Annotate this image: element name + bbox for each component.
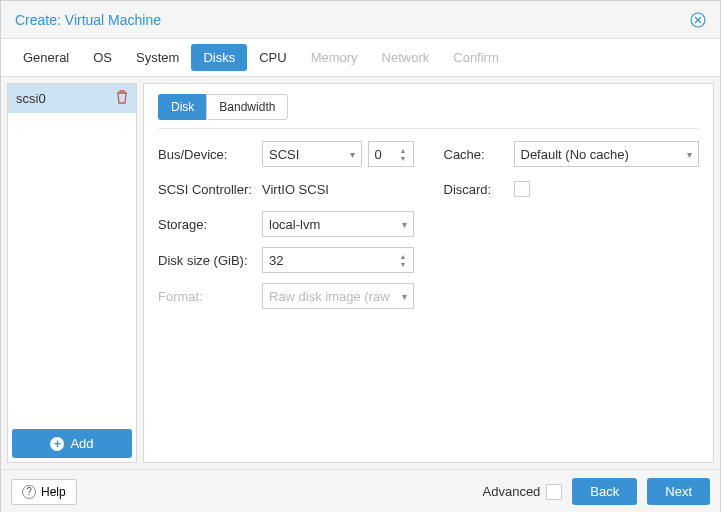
sidebar-item-scsi0[interactable]: scsi0 xyxy=(8,84,136,113)
form-columns: Bus/Device: SCSI ▾ 0 ▲▼ xyxy=(158,141,699,319)
cache-value: Default (No cache) xyxy=(521,147,629,162)
inner-tab-bandwidth[interactable]: Bandwidth xyxy=(206,94,288,120)
tab-confirm: Confirm xyxy=(441,44,511,71)
trash-icon[interactable] xyxy=(116,90,128,107)
tab-memory: Memory xyxy=(299,44,370,71)
help-icon: ? xyxy=(22,485,36,499)
help-button[interactable]: ? Help xyxy=(11,479,77,505)
dialog-footer: ? Help Advanced Back Next xyxy=(1,469,720,512)
format-value: Raw disk image (raw xyxy=(269,289,390,304)
advanced-checkbox[interactable] xyxy=(546,484,562,500)
dialog-title: Create: Virtual Machine xyxy=(15,12,161,28)
bus-select[interactable]: SCSI ▾ xyxy=(262,141,362,167)
storage-label: Storage: xyxy=(158,217,262,232)
cache-label: Cache: xyxy=(444,147,514,162)
storage-select[interactable]: local-lvm ▾ xyxy=(262,211,414,237)
row-discard: Discard: xyxy=(444,177,700,201)
add-button[interactable]: + Add xyxy=(12,429,132,458)
sidebar-spacer xyxy=(8,113,136,425)
format-label: Format: xyxy=(158,289,262,304)
chevron-down-icon: ▾ xyxy=(402,291,407,302)
storage-value: local-lvm xyxy=(269,217,320,232)
spinner-arrows-icon: ▲▼ xyxy=(400,147,407,162)
inner-tab-disk[interactable]: Disk xyxy=(158,94,206,120)
next-button[interactable]: Next xyxy=(647,478,710,505)
add-button-label: Add xyxy=(70,436,93,451)
chevron-down-icon: ▾ xyxy=(350,149,355,160)
disk-size-label: Disk size (GiB): xyxy=(158,253,262,268)
disk-sidebar: scsi0 + Add xyxy=(7,83,137,463)
row-cache: Cache: Default (No cache) ▾ xyxy=(444,141,700,167)
form-left-col: Bus/Device: SCSI ▾ 0 ▲▼ xyxy=(158,141,414,319)
disk-size-value: 32 xyxy=(269,253,283,268)
chevron-down-icon: ▾ xyxy=(402,219,407,230)
close-icon[interactable] xyxy=(690,12,706,28)
plus-icon: + xyxy=(50,437,64,451)
sidebar-item-label: scsi0 xyxy=(16,91,46,106)
tab-disks[interactable]: Disks xyxy=(191,44,247,71)
row-format: Format: Raw disk image (raw ▾ xyxy=(158,283,414,309)
inner-tabs: Disk Bandwidth xyxy=(158,94,699,129)
advanced-label: Advanced xyxy=(483,484,541,499)
bus-value: SCSI xyxy=(269,147,299,162)
spinner-arrows-icon: ▲▼ xyxy=(400,253,407,268)
discard-checkbox[interactable] xyxy=(514,181,530,197)
cache-select[interactable]: Default (No cache) ▾ xyxy=(514,141,700,167)
titlebar: Create: Virtual Machine xyxy=(1,1,720,39)
discard-label: Discard: xyxy=(444,182,514,197)
bus-device-label: Bus/Device: xyxy=(158,147,262,162)
form-right-col: Cache: Default (No cache) ▾ Discard: xyxy=(444,141,700,319)
dialog-body: scsi0 + Add Disk Bandwidth Bus/Device: xyxy=(1,77,720,469)
tab-network: Network xyxy=(370,44,442,71)
row-storage: Storage: local-lvm ▾ xyxy=(158,211,414,237)
format-select: Raw disk image (raw ▾ xyxy=(262,283,414,309)
back-button[interactable]: Back xyxy=(572,478,637,505)
disk-size-spinner[interactable]: 32 ▲▼ xyxy=(262,247,414,273)
chevron-down-icon: ▾ xyxy=(687,149,692,160)
row-disk-size: Disk size (GiB): 32 ▲▼ xyxy=(158,247,414,273)
disk-panel: Disk Bandwidth Bus/Device: SCSI ▾ 0 xyxy=(143,83,714,463)
tab-cpu[interactable]: CPU xyxy=(247,44,298,71)
tab-system[interactable]: System xyxy=(124,44,191,71)
advanced-toggle[interactable]: Advanced xyxy=(483,484,563,500)
scsi-controller-label: SCSI Controller: xyxy=(158,182,262,197)
row-scsi-controller: SCSI Controller: VirtIO SCSI xyxy=(158,177,414,201)
device-value: 0 xyxy=(375,147,382,162)
row-bus-device: Bus/Device: SCSI ▾ 0 ▲▼ xyxy=(158,141,414,167)
scsi-controller-value: VirtIO SCSI xyxy=(262,182,329,197)
device-spinner[interactable]: 0 ▲▼ xyxy=(368,141,414,167)
tab-os[interactable]: OS xyxy=(81,44,124,71)
wizard-tabs: General OS System Disks CPU Memory Netwo… xyxy=(1,39,720,77)
create-vm-dialog: Create: Virtual Machine General OS Syste… xyxy=(0,0,721,512)
help-label: Help xyxy=(41,485,66,499)
tab-general[interactable]: General xyxy=(11,44,81,71)
